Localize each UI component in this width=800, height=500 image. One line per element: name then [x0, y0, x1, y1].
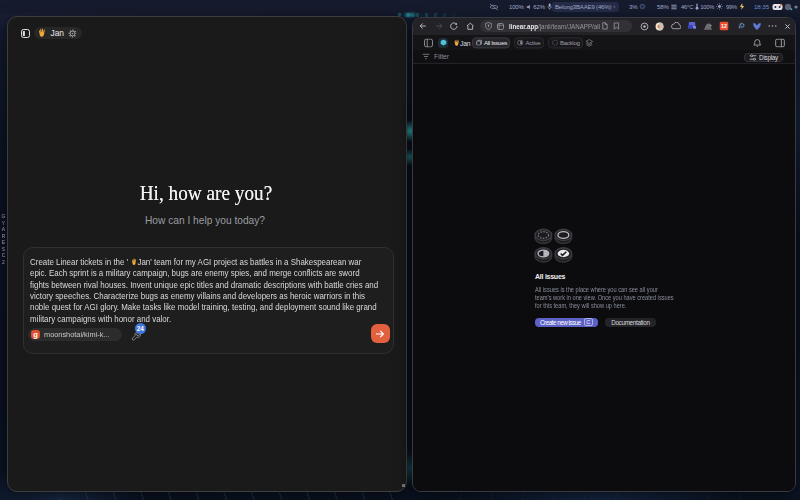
svg-text:12: 12	[721, 23, 727, 29]
